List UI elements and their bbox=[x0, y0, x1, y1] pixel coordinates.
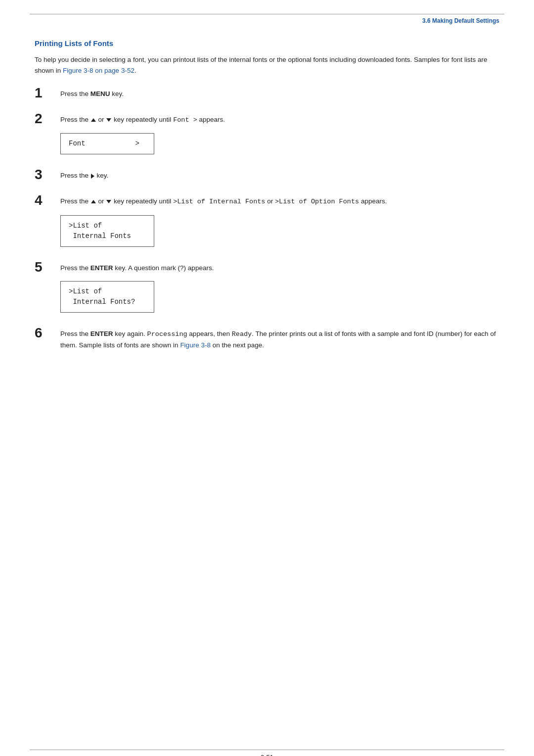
step-4: 4 Press the or key repeatedly until >Lis… bbox=[35, 194, 499, 252]
step-3-number: 3 bbox=[35, 167, 60, 183]
page-container: 3.6 Making Default Settings Printing Lis… bbox=[0, 14, 534, 756]
step-6-number: 6 bbox=[35, 326, 60, 341]
triangle-down-icon-4 bbox=[106, 200, 111, 203]
enter-key-label-5: ENTER bbox=[90, 264, 113, 272]
lcd-display-2: Font > bbox=[60, 133, 154, 154]
step-2: 2 Press the or key repeatedly until Font… bbox=[35, 112, 499, 160]
steps-list: 1 Press the MENU key. 2 Press the or key… bbox=[35, 87, 499, 354]
step-6-content: Press the ENTER key again. Processing ap… bbox=[60, 327, 499, 354]
section-heading: Printing Lists of Fonts bbox=[35, 39, 499, 47]
header-section-title: 3.6 Making Default Settings bbox=[422, 17, 499, 24]
step-2-number: 2 bbox=[35, 111, 60, 127]
triangle-down-icon bbox=[106, 118, 111, 122]
step-6: 6 Press the ENTER key again. Processing … bbox=[35, 327, 499, 354]
lcd-display-4: >List of Internal Fonts bbox=[60, 215, 154, 247]
step-5-number: 5 bbox=[35, 260, 60, 275]
step-2-content: Press the or key repeatedly until Font >… bbox=[60, 112, 499, 160]
page-number: 3-51 bbox=[0, 754, 534, 756]
intro-text: To help you decide in selecting a font, … bbox=[35, 54, 499, 76]
step-4-content: Press the or key repeatedly until >List … bbox=[60, 194, 499, 252]
triangle-up-icon bbox=[91, 118, 96, 122]
triangle-up-icon-4 bbox=[91, 200, 96, 203]
content-area: Printing Lists of Fonts To help you deci… bbox=[35, 24, 499, 354]
bottom-rule bbox=[30, 750, 504, 750]
triangle-right-icon bbox=[91, 174, 94, 179]
menu-key-label: MENU bbox=[90, 90, 110, 97]
step-4-number: 4 bbox=[35, 193, 60, 208]
figure-3-8-link[interactable]: Figure 3-8 bbox=[180, 341, 211, 349]
step-5-content: Press the ENTER key. A question mark (?)… bbox=[60, 261, 499, 318]
figure-link[interactable]: Figure 3-8 on page 3-52 bbox=[63, 67, 134, 74]
step-1: 1 Press the MENU key. bbox=[35, 87, 499, 103]
enter-key-label-6: ENTER bbox=[90, 330, 113, 337]
lcd-display-5: >List of Internal Fonts? bbox=[60, 281, 154, 313]
step-1-content: Press the MENU key. bbox=[60, 87, 499, 103]
header-line: 3.6 Making Default Settings bbox=[0, 14, 534, 24]
step-5: 5 Press the ENTER key. A question mark (… bbox=[35, 261, 499, 318]
step-1-number: 1 bbox=[35, 86, 60, 101]
step-3-content: Press the key. bbox=[60, 168, 499, 185]
step-3: 3 Press the key. bbox=[35, 168, 499, 185]
